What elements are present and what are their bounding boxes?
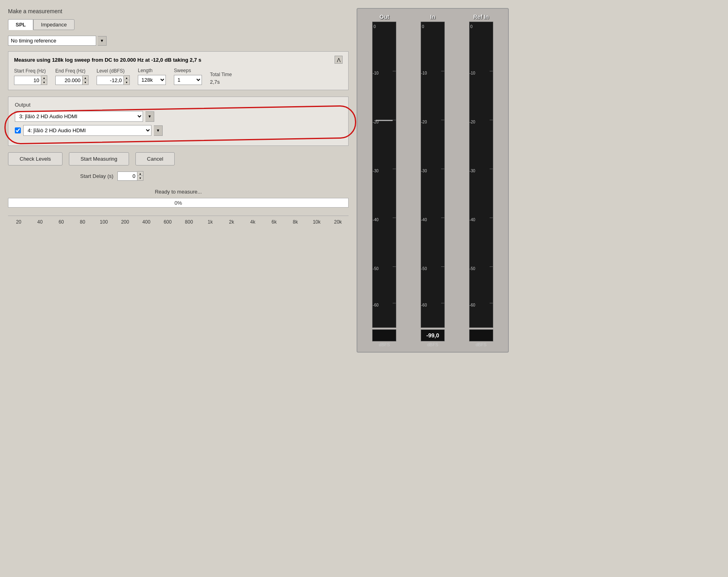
status-text: Ready to measure... (8, 189, 349, 195)
check-levels-button[interactable]: Check Levels (8, 152, 63, 165)
axis-tick-6k: 6k (264, 219, 285, 225)
out-tick-40 (393, 218, 396, 218)
out-scale-60: -60 (373, 303, 378, 307)
axis-tick-800: 800 (178, 219, 200, 225)
start-delay-input[interactable] (117, 171, 137, 181)
refin-scale-10: -10 (470, 71, 475, 75)
meters-row: Out 0 -10 -20 -30 -40 -50 -60 (362, 14, 503, 347)
refin-value-box (469, 329, 493, 341)
axis-tick-200: 200 (115, 219, 136, 225)
end-freq-spinners: ▲ ▼ (83, 75, 89, 85)
end-freq-up[interactable]: ▲ (83, 76, 88, 80)
in-scale-0: 0 (422, 24, 424, 29)
out-scale-10: -10 (373, 71, 378, 75)
refin-meter-track: 0 -10 -20 -30 -40 -50 -60 (469, 22, 493, 328)
start-delay-down[interactable]: ▼ (137, 176, 143, 180)
output-channel2-checkbox[interactable] (15, 127, 21, 133)
in-tick-60 (441, 303, 444, 303)
refin-tick-20 (490, 120, 493, 120)
output-channel2-select[interactable]: 4: ĵīãìò 2 HD Audio HDMI (23, 125, 151, 136)
tab-impedance[interactable]: Impedance (33, 19, 74, 30)
out-tick-20 (393, 120, 396, 120)
end-freq-down[interactable]: ▼ (83, 80, 88, 85)
start-delay-spinners: ▲ ▼ (137, 171, 143, 181)
axis-tick-4k: 4k (242, 219, 263, 225)
axis-tick-8k: 8k (285, 219, 306, 225)
length-group: Length 128k 64k 256k 512k (138, 68, 166, 85)
in-scale-50: -50 (421, 266, 427, 271)
in-tick-20 (441, 120, 444, 120)
axis-tick-10k: 10k (306, 219, 327, 225)
start-freq-group: Start Freq (Hz) ▲ ▼ (14, 68, 47, 85)
timing-reference-select[interactable]: No timing referenceUse loopback (8, 36, 96, 46)
level-label: Level (dBFS) (97, 68, 130, 74)
length-select-group: 128k 64k 256k 512k (138, 75, 166, 85)
output-label: Output (15, 102, 342, 108)
sweeps-group: Sweeps 1 2 4 8 (174, 68, 202, 85)
start-delay-row: Start Delay (s) ▲ ▼ (8, 171, 349, 181)
level-up[interactable]: ▲ (124, 76, 129, 80)
start-freq-up[interactable]: ▲ (41, 76, 47, 80)
length-select[interactable]: 128k 64k 256k 512k (138, 75, 166, 85)
frequency-axis: 20 40 60 80 100 200 400 600 800 1k 2k 4k… (8, 216, 349, 225)
start-freq-down[interactable]: ▼ (41, 80, 47, 85)
axis-tick-20k: 20k (327, 219, 349, 225)
out-tick-30 (393, 169, 396, 169)
output-channel2-arrow[interactable]: ▼ (154, 125, 163, 136)
refin-scale-0: 0 (470, 24, 473, 29)
in-scale-10: -10 (421, 71, 427, 75)
length-label: Length (138, 68, 166, 73)
sweeps-select[interactable]: 1 2 4 8 (174, 75, 202, 85)
level-input[interactable] (97, 76, 124, 85)
refin-scale-20: -20 (470, 120, 475, 124)
timing-dropdown-arrow[interactable]: ▼ (98, 36, 107, 46)
out-meter-title: Out (379, 14, 389, 20)
output-channel1-select[interactable]: 3: ĵīãìò 2 HD Audio HDMI (15, 111, 143, 122)
end-freq-input[interactable] (55, 76, 83, 85)
in-meter-track: 0 -10 -20 -30 -40 -50 -60 (421, 22, 445, 328)
measurement-type-tabs: SPL Impedance (8, 19, 349, 30)
refin-tick-60 (490, 303, 493, 303)
refin-scale-50: -50 (470, 266, 475, 271)
sweeps-select-group: 1 2 4 8 (174, 75, 202, 85)
axis-tick-600: 600 (157, 219, 178, 225)
start-freq-input[interactable] (14, 76, 41, 85)
in-unit: dBFS (427, 342, 438, 347)
out-value-box (372, 329, 396, 341)
measure-params-row: Start Freq (Hz) ▲ ▼ End Freq (Hz) (14, 68, 343, 85)
total-time-value: 2,7s (210, 79, 232, 85)
in-tick-50 (441, 266, 444, 267)
refin-tick-10 (490, 71, 493, 71)
output-section: Output 3: ĵīãìò 2 HD Audio HDMI ▼ 4: ĵīã… (8, 97, 349, 146)
level-down[interactable]: ▼ (124, 80, 129, 85)
axis-tick-2k: 2k (221, 219, 242, 225)
measure-title-text: Measure using 128k log sweep from DC to … (14, 57, 201, 63)
out-scale-50: -50 (373, 266, 378, 271)
start-freq-label: Start Freq (Hz) (14, 68, 47, 74)
end-freq-label: End Freq (Hz) (55, 68, 89, 74)
measure-settings-box: Measure using 128k log sweep from DC to … (8, 51, 349, 90)
output-channel2-row: 4: ĵīãìò 2 HD Audio HDMI ▼ (15, 125, 342, 136)
output-channel1-row: 3: ĵīãìò 2 HD Audio HDMI ▼ (15, 111, 342, 122)
axis-tick-40: 40 (29, 219, 50, 225)
out-scale-40: -40 (373, 218, 378, 222)
axis-tick-60: 60 (50, 219, 72, 225)
axis-tick-100: 100 (93, 219, 115, 225)
cancel-button[interactable]: Cancel (135, 152, 175, 165)
start-freq-spinners: ▲ ▼ (41, 75, 47, 85)
in-value-text: -99,0 (426, 332, 439, 339)
out-scale-0: 0 (373, 24, 376, 29)
output-channel1-arrow[interactable]: ▼ (145, 111, 154, 122)
timing-reference-row: No timing referenceUse loopback ▼ (8, 36, 349, 46)
collapse-button[interactable]: ⋀ (335, 56, 343, 64)
tab-spl[interactable]: SPL (8, 19, 33, 30)
start-delay-label: Start Delay (s) (80, 173, 113, 179)
out-level-indicator (376, 120, 393, 121)
out-tick-50 (393, 266, 396, 267)
refin-meter-column: Ref In 0 -10 -20 -30 -40 -50 -60 (459, 14, 503, 347)
in-tick-40 (441, 218, 444, 218)
refin-meter-title: Ref In (473, 14, 489, 20)
axis-tick-20: 20 (8, 219, 29, 225)
start-measuring-button[interactable]: Start Measuring (69, 152, 129, 165)
start-delay-up[interactable]: ▲ (137, 171, 143, 176)
